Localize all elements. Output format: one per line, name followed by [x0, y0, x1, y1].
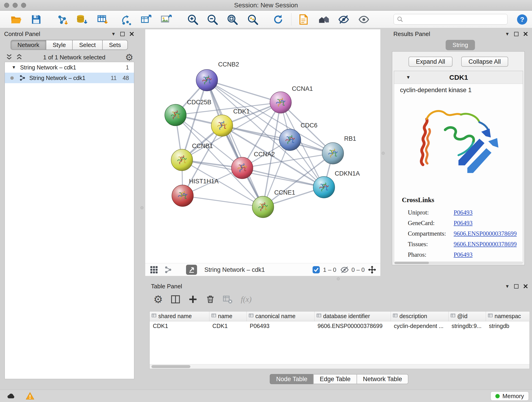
warnings-button[interactable]	[24, 391, 36, 401]
show-all-button[interactable]	[357, 13, 371, 26]
network-share-button[interactable]	[163, 265, 174, 275]
table-row[interactable]: CDK1CDK1P064939606.ENSP00000378699cyclin…	[150, 321, 530, 331]
node-CDKN1A[interactable]	[313, 177, 335, 198]
column-header-database-identifier[interactable]: database identifier	[314, 312, 391, 321]
network-options-gear-icon[interactable]: ⚙	[125, 53, 133, 62]
open-session-button[interactable]	[9, 13, 23, 26]
scrollbar-thumb[interactable]	[152, 365, 190, 368]
selected-nodes-indicator[interactable]	[311, 265, 322, 275]
open-in-window-button[interactable]	[186, 265, 197, 275]
float-panel-icon[interactable]: ▼	[111, 32, 116, 36]
protein-card-header[interactable]: ▼ CDK1	[394, 71, 523, 84]
right-splitter-handle[interactable]	[382, 152, 385, 155]
column-header--id[interactable]: @id	[448, 312, 486, 321]
export-table-button[interactable]	[139, 13, 153, 26]
first-neighbors-button[interactable]	[317, 13, 331, 26]
maximize-panel-icon[interactable]	[120, 32, 125, 36]
function-builder-button[interactable]: f(x)	[241, 295, 252, 304]
tab-select[interactable]: Select	[72, 40, 102, 50]
node-CDK1[interactable]	[211, 115, 233, 136]
apply-layout-button[interactable]	[271, 13, 285, 26]
node-HIST1H1A[interactable]	[172, 185, 193, 206]
node-CCNA2[interactable]	[231, 157, 253, 179]
table-settings-button[interactable]: ⚙	[151, 293, 165, 306]
import-network-database-button[interactable]	[75, 13, 89, 26]
create-column-button[interactable]	[186, 293, 200, 306]
import-network-button[interactable]	[55, 13, 70, 26]
fit-content-button[interactable]	[367, 265, 378, 275]
collapse-all-icon[interactable]	[5, 53, 13, 61]
tab-network[interactable]: Network	[11, 40, 46, 50]
node-CCNB1[interactable]	[171, 149, 193, 171]
memory-button[interactable]: Memory	[491, 391, 529, 401]
edge-CCNB2-CCNA1[interactable]	[207, 80, 281, 102]
new-network-from-selection-button[interactable]	[119, 13, 133, 26]
tab-style[interactable]: Style	[46, 40, 73, 50]
close-panel-icon[interactable]	[129, 32, 134, 36]
column-header-description[interactable]: description	[391, 312, 448, 321]
expand-all-button[interactable]: Expand All	[409, 57, 452, 67]
float-panel-icon[interactable]: ▼	[505, 32, 510, 36]
save-session-button[interactable]	[29, 13, 43, 26]
node-CCNB2[interactable]	[196, 70, 218, 91]
crosslink-link[interactable]: P06493	[454, 220, 473, 227]
export-image-button[interactable]	[159, 13, 173, 26]
tab-node-table[interactable]: Node Table	[270, 374, 314, 384]
zoom-selected-button[interactable]	[246, 13, 260, 26]
column-header-namespac[interactable]: namespac	[486, 312, 530, 321]
zoom-in-button[interactable]	[186, 13, 200, 26]
crosslink-link[interactable]: 9606.ENSP00000378699	[454, 230, 517, 237]
table-horizontal-scrollbar[interactable]	[150, 364, 530, 369]
edge-CCNB2-CCNE1[interactable]	[207, 80, 263, 207]
bottom-splitter-handle[interactable]	[337, 277, 340, 280]
column-header-shared-name[interactable]: shared name	[150, 312, 209, 321]
node-CCNE1[interactable]	[252, 196, 274, 218]
node-CCNA1[interactable]	[270, 92, 291, 113]
column-header-name[interactable]: name	[209, 312, 247, 321]
zoom-fit-button[interactable]	[225, 13, 239, 26]
delete-table-button[interactable]	[221, 293, 235, 306]
import-table-button[interactable]	[95, 13, 109, 26]
cloud-status-button[interactable]	[5, 391, 17, 401]
network-canvas[interactable]: CCNB2CCNA1CDC25BCDK1CDC6RB1CCNB1CCNA2CDK…	[145, 29, 380, 263]
help-button[interactable]: ?	[515, 13, 529, 26]
zoom-out-button[interactable]	[205, 13, 220, 26]
hide-selected-button[interactable]	[336, 13, 351, 26]
column-header-canonical-name[interactable]: canonical name	[247, 312, 314, 321]
close-panel-icon[interactable]	[523, 284, 528, 289]
crosslink-link[interactable]: P06493	[454, 209, 473, 216]
node-RB1[interactable]	[322, 143, 344, 164]
results-horizontal-scrollbar[interactable]	[394, 262, 523, 264]
edge-HIST1H1A-CCNE1[interactable]	[183, 196, 263, 207]
expand-all-icon[interactable]	[15, 53, 23, 61]
collapse-all-button[interactable]: Collapse All	[461, 57, 508, 67]
tab-network-table[interactable]: Network Table	[356, 374, 409, 384]
tab-string[interactable]: String	[446, 40, 475, 50]
node-CDC6[interactable]	[279, 129, 301, 151]
expander-icon[interactable]: ▼	[12, 65, 16, 70]
network-collection-row[interactable]: ▼ String Network – cdk1 1	[5, 62, 134, 73]
scrollbar-thumb[interactable]	[394, 262, 429, 264]
new-annotation-button[interactable]	[296, 13, 310, 26]
maximize-panel-icon[interactable]	[514, 284, 519, 288]
node-CDC25B[interactable]	[165, 104, 186, 126]
crosslink-link[interactable]: 9606.ENSP00000378699	[454, 241, 517, 248]
crosslink-link[interactable]: P06493	[454, 251, 473, 258]
network-row[interactable]: String Network – cdk1 11 48	[5, 73, 134, 83]
tab-sets[interactable]: Sets	[102, 40, 128, 50]
hidden-nodes-indicator[interactable]	[339, 265, 350, 275]
tab-edge-table[interactable]: Edge Table	[313, 374, 357, 384]
float-panel-icon[interactable]: ▼	[505, 284, 510, 288]
left-splitter-handle[interactable]	[140, 206, 143, 209]
delete-column-button[interactable]	[203, 293, 217, 306]
node-label-CCNB2: CCNB2	[218, 61, 239, 68]
node-label-CCNB1: CCNB1	[192, 143, 213, 149]
show-columns-button[interactable]	[168, 293, 183, 306]
edge-CDK1-RB1[interactable]	[222, 126, 333, 153]
birdseye-view-button[interactable]	[148, 265, 159, 275]
close-panel-icon[interactable]	[523, 32, 528, 36]
maximize-panel-icon[interactable]	[514, 32, 519, 36]
collapse-section-icon[interactable]: ▼	[406, 75, 411, 80]
search-input[interactable]	[406, 15, 505, 24]
edge-CCNA2-CDKN1A[interactable]	[242, 168, 324, 187]
